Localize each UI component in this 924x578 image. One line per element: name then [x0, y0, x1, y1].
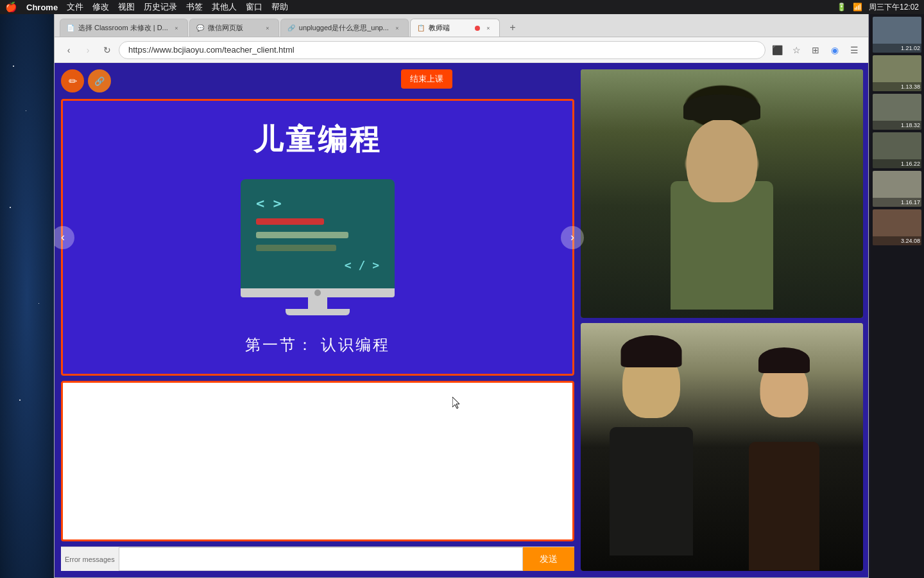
thumbnail-4-label: 1.16.22 [873, 159, 921, 168]
thumbnail-4[interactable]: 1.16.22 [873, 132, 921, 168]
monitor-dot [314, 290, 321, 296]
chrome-icon[interactable]: ◉ [827, 42, 843, 58]
thumbnail-2[interactable]: 1.13.38 [873, 55, 921, 91]
tab-unplugged-title: unplugged是什么意思_unp... [299, 23, 389, 33]
tab-unplugged[interactable]: 🔗 unplugged是什么意思_unp... × [280, 19, 409, 37]
address-input[interactable] [119, 41, 766, 59]
thumbnail-2-label: 1.13.38 [873, 82, 921, 91]
slide-title: 儿童编程 [253, 120, 382, 160]
prev-slide-button[interactable]: ‹ [55, 226, 74, 249]
tab-classroom[interactable]: 📄 选择 Classroom 未修改 | D... × [60, 19, 188, 37]
slide-area: 儿童编程 < > < / > [61, 99, 574, 376]
tab-teacher-close[interactable]: × [484, 24, 493, 33]
tab-classroom-icon: 📄 [67, 24, 74, 31]
tab-wechat-close[interactable]: × [263, 24, 272, 33]
code-open-bracket: < > [256, 195, 379, 211]
slide-subtitle: 第一节： 认识编程 [245, 335, 390, 355]
thumbnail-1-label: 1.21.02 [873, 44, 921, 53]
desktop-left [0, 14, 54, 578]
code-line-3 [256, 245, 336, 251]
menu-file[interactable]: 文件 [67, 1, 83, 13]
thumbnail-3-label: 1.18.32 [873, 121, 921, 130]
browser-window: 📄 选择 Classroom 未修改 | D... × 💬 微信网页版 × 🔗 … [54, 14, 869, 578]
monitor-stand-top [308, 297, 327, 309]
slide-toolbar: ✏ 🔗 [61, 69, 111, 92]
send-button[interactable]: 发送 [523, 547, 574, 571]
menubar: 🍎 Chrome 文件 修改 视图 历史记录 书签 其他人 窗口 帮助 🔋 📶 … [0, 0, 924, 14]
app-name[interactable]: Chrome [26, 3, 58, 12]
tab-wechat-title: 微信网页版 [208, 23, 259, 33]
webcam-teacher-video [581, 69, 863, 318]
monitor-bottom [241, 288, 395, 297]
next-slide-button[interactable]: › [561, 226, 584, 249]
new-tab-button[interactable]: + [504, 19, 522, 37]
menu-icon[interactable]: ☰ [846, 42, 862, 58]
left-panel: ✏ 🔗 结束上课 儿童编程 < > < / [55, 63, 581, 577]
chat-area [61, 381, 574, 541]
browser-content: ✏ 🔗 结束上课 儿童编程 < > < / [55, 63, 868, 577]
refresh-button[interactable]: ↻ [99, 42, 115, 58]
tab-unplugged-close[interactable]: × [393, 24, 402, 33]
apple-menu[interactable]: 🍎 [5, 1, 17, 13]
thumbnail-3[interactable]: 1.18.32 [873, 94, 921, 130]
monitor-stand-base [286, 309, 350, 315]
end-class-button[interactable]: 结束上课 [401, 69, 452, 89]
menu-view[interactable]: 视图 [118, 1, 135, 13]
grid-icon[interactable]: ⊞ [808, 42, 823, 58]
tab-unplugged-icon: 🔗 [287, 24, 295, 31]
tab-teacher-title: 教师端 [429, 23, 471, 33]
forward-button[interactable]: › [80, 42, 96, 58]
tab-wechat[interactable]: 💬 微信网页版 × [189, 19, 279, 37]
code-line-2 [256, 232, 348, 238]
thumbnail-6[interactable]: 3.24.08 [873, 209, 921, 245]
menu-edit[interactable]: 修改 [92, 1, 109, 13]
menu-help[interactable]: 帮助 [271, 1, 288, 13]
tab-wechat-icon: 💬 [196, 24, 204, 31]
link-tool-button[interactable]: 🔗 [88, 69, 111, 92]
webcam-students-video [581, 323, 863, 572]
monitor-screen: < > < / > [241, 179, 395, 288]
code-close-bracket: < / > [256, 258, 379, 272]
thumbnail-5[interactable]: 1.16.17 [873, 171, 921, 207]
recording-indicator [475, 26, 480, 31]
webcam-teacher [581, 69, 863, 318]
menu-window[interactable]: 窗口 [246, 1, 262, 13]
menu-bookmarks[interactable]: 书签 [186, 1, 203, 13]
code-line-1 [256, 218, 324, 225]
screen-icon[interactable]: ⬛ [769, 42, 785, 58]
menu-other[interactable]: 其他人 [212, 1, 237, 13]
input-bar: Error messages 发送 [61, 547, 574, 571]
battery-icon: 🔋 [837, 3, 846, 12]
thumbnail-5-label: 1.16.17 [873, 198, 921, 207]
address-bar: ‹ › ↻ ⬛ ☆ ⊞ ◉ ☰ [55, 37, 868, 63]
thumbnail-6-label: 3.24.08 [873, 236, 921, 245]
tab-teacher-icon: 📋 [417, 24, 425, 31]
back-button[interactable]: ‹ [61, 42, 76, 58]
time-display: 周三下午12:02 [869, 2, 919, 13]
thumbnail-1[interactable]: 1.21.02 [873, 17, 921, 53]
star-icon[interactable]: ☆ [789, 42, 804, 58]
thumbnail-strip: 1.21.02 1.13.38 1.18.32 1.16.22 1.16.17 … [870, 14, 924, 578]
wifi-icon: 📶 [853, 3, 862, 12]
monitor-illustration: < > < / > [241, 179, 395, 315]
right-panel [581, 63, 868, 577]
error-message: Error messages [61, 547, 119, 571]
menu-history[interactable]: 历史记录 [144, 1, 177, 13]
draw-tool-button[interactable]: ✏ [61, 69, 84, 92]
tab-bar: 📄 选择 Classroom 未修改 | D... × 💬 微信网页版 × 🔗 … [55, 14, 868, 37]
chat-input[interactable] [119, 547, 523, 571]
tab-teacher[interactable]: 📋 教师端 × [410, 19, 500, 37]
tab-classroom-title: 选择 Classroom 未修改 | D... [78, 23, 168, 33]
tab-classroom-close[interactable]: × [172, 24, 181, 33]
webcam-students [581, 323, 863, 572]
